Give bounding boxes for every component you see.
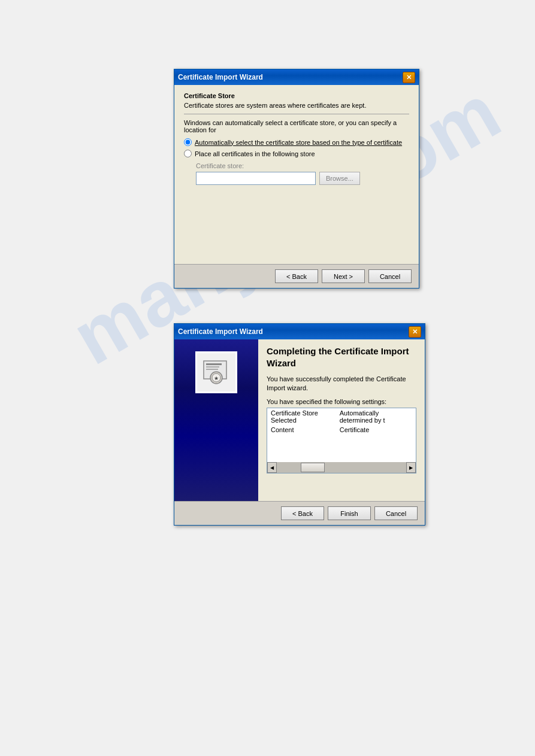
cert-store-input[interactable] bbox=[196, 172, 316, 185]
settings-value-2: Certificate bbox=[336, 425, 416, 435]
scroll-track[interactable] bbox=[277, 462, 406, 473]
dialog2-finish-button[interactable]: Finish bbox=[328, 506, 371, 520]
settings-table-body: Certificate Store Selected Automatically… bbox=[267, 408, 416, 435]
settings-label: You have specified the following setting… bbox=[267, 398, 416, 405]
dialog1-section-header: Certificate Store bbox=[184, 92, 409, 99]
dialog1-close-button[interactable]: ✕ bbox=[403, 72, 415, 83]
scroll-thumb[interactable] bbox=[301, 463, 325, 472]
cert-svg-icon: ★ bbox=[201, 357, 231, 387]
radio-auto-input[interactable] bbox=[184, 138, 192, 146]
svg-text:★: ★ bbox=[214, 375, 219, 381]
dialog1-content: Certificate Store Certificate stores are… bbox=[174, 85, 419, 264]
settings-key-1: Certificate Store Selected bbox=[267, 408, 336, 425]
settings-row-2: Content Certificate bbox=[267, 425, 416, 435]
radio-manual-input[interactable] bbox=[184, 150, 192, 157]
radio-manual-select[interactable]: Place all certificates in the following … bbox=[184, 150, 409, 157]
completing-desc1: You have successfully completed the Cert… bbox=[267, 375, 416, 393]
dialog1-auto-text: Windows can automatically select a certi… bbox=[184, 119, 409, 133]
svg-rect-3 bbox=[206, 369, 218, 370]
dialog1-space bbox=[184, 185, 409, 257]
dialog1-title-label: Certificate Import Wizard bbox=[178, 73, 263, 81]
horizontal-scrollbar[interactable]: ◀ ▶ bbox=[267, 462, 416, 473]
settings-key-2: Content bbox=[267, 425, 336, 435]
certificate-store-dialog: Certificate Import Wizard ✕ Certificate … bbox=[174, 69, 419, 289]
settings-table: Certificate Store Selected Automatically… bbox=[267, 408, 416, 435]
dialog2-back-button[interactable]: < Back bbox=[281, 506, 324, 520]
settings-value-1: Automatically determined by t bbox=[336, 408, 416, 425]
svg-rect-1 bbox=[206, 363, 222, 365]
wizard-main: Completing the Certificate Import Wizard… bbox=[258, 339, 425, 501]
radio-auto-select[interactable]: Automatically select the certificate sto… bbox=[184, 138, 409, 146]
dialog2-titlebar: Certificate Import Wizard ✕ bbox=[174, 324, 425, 339]
dialog1-cancel-button[interactable]: Cancel bbox=[368, 269, 412, 283]
dialog2-body: ★ Completing the Certificate Import Wiza… bbox=[174, 339, 425, 501]
settings-row-1: Certificate Store Selected Automatically… bbox=[267, 408, 416, 425]
dialog2-title-label: Certificate Import Wizard bbox=[178, 327, 263, 336]
scroll-right-arrow[interactable]: ▶ bbox=[406, 462, 416, 473]
dialog2-close-button[interactable]: ✕ bbox=[409, 326, 421, 338]
cert-icon-inner: ★ bbox=[201, 357, 231, 387]
settings-table-wrapper: Certificate Store Selected Automatically… bbox=[267, 408, 416, 473]
dialog1-titlebar: Certificate Import Wizard ✕ bbox=[174, 69, 419, 85]
settings-table-area: Certificate Store Selected Automatically… bbox=[267, 408, 416, 462]
radio2-label: Place all certificates in the following … bbox=[195, 150, 315, 157]
radio1-underline-label: Automatically select the certificate sto… bbox=[195, 139, 402, 146]
browse-button[interactable]: Browse... bbox=[319, 172, 360, 185]
dialog1-section-desc: Certificate stores are system areas wher… bbox=[184, 102, 409, 109]
dialog1-next-button[interactable]: Next > bbox=[322, 269, 365, 283]
dialog1-footer: < Back Next > Cancel bbox=[174, 264, 419, 288]
completing-wizard-dialog: Certificate Import Wizard ✕ ★ bbox=[174, 323, 425, 526]
dialog1-title-text: Certificate Import Wizard bbox=[178, 73, 263, 81]
cert-store-row: Browse... bbox=[196, 172, 409, 185]
dialog2-cancel-button[interactable]: Cancel bbox=[374, 506, 418, 520]
completing-title: Completing the Certificate Import Wizard bbox=[267, 345, 416, 369]
dialog2-footer: < Back Finish Cancel bbox=[174, 501, 425, 525]
cert-store-label: Certificate store: bbox=[196, 162, 409, 169]
wizard-sidebar: ★ bbox=[174, 339, 258, 501]
dialog1-divider bbox=[184, 114, 409, 114]
radio1-label: Automatically select the certificate sto… bbox=[195, 139, 402, 146]
dialog1-back-button[interactable]: < Back bbox=[275, 269, 318, 283]
svg-rect-2 bbox=[206, 366, 219, 368]
wizard-cert-icon: ★ bbox=[195, 351, 237, 393]
scroll-left-arrow[interactable]: ◀ bbox=[267, 462, 277, 473]
dialog2-title-text: Certificate Import Wizard bbox=[178, 327, 263, 336]
